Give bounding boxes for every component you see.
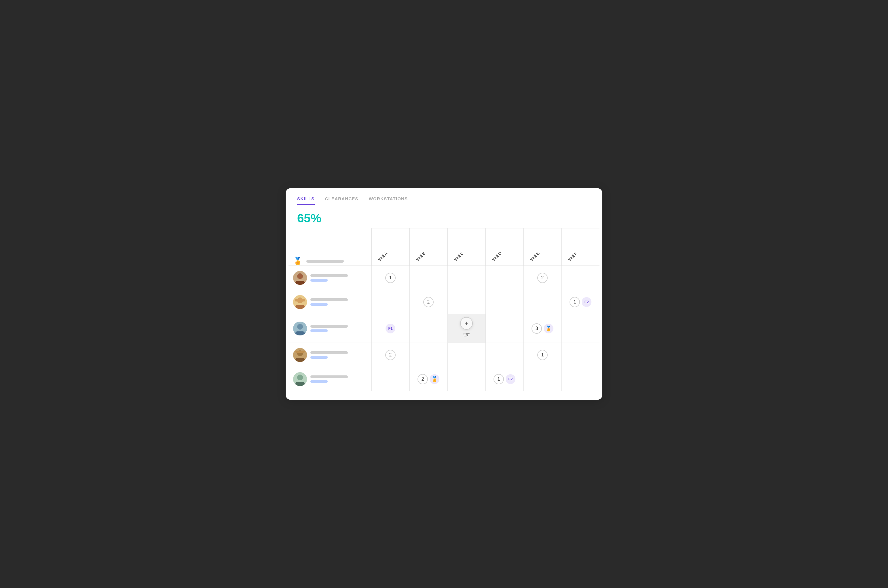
cell-3-e[interactable]: 3 🏅: [524, 314, 561, 343]
skill-label-f: Skill F: [567, 251, 578, 262]
cell-5-d[interactable]: 1 F2: [485, 367, 524, 391]
cell-3-c[interactable]: + ☞: [447, 314, 485, 343]
skill-badge: 2: [423, 297, 433, 307]
cell-2-b[interactable]: 2: [409, 290, 447, 314]
skill-label-b: Skill B: [415, 251, 426, 262]
placeholder-line-wide: [306, 260, 344, 262]
cell-2-c: [447, 290, 485, 314]
role-placeholder-4: [310, 356, 328, 359]
svg-rect-6: [295, 299, 305, 302]
tab-skills[interactable]: SKILLS: [297, 196, 315, 205]
avatar-4: [293, 348, 307, 362]
header-person-cell: 🏅: [289, 228, 372, 266]
role-placeholder-2: [310, 303, 328, 306]
skill-badge: 2: [537, 273, 548, 283]
cell-2-f[interactable]: 1 F2: [561, 290, 599, 314]
cell-4-d: [485, 343, 524, 367]
award-icon: 🏅: [293, 256, 303, 266]
cell-2-d: [485, 290, 524, 314]
avatar-3: [293, 322, 307, 335]
person-cell-2: [289, 290, 372, 314]
f-badge: F2: [582, 297, 591, 307]
skill-header-a: Skill A: [372, 228, 409, 266]
skill-badge: 2: [385, 350, 396, 360]
add-skill-button[interactable]: +: [460, 317, 473, 330]
tab-workstations[interactable]: WORKSTATIONS: [369, 196, 408, 205]
skill-header-f: Skill F: [561, 228, 599, 266]
role-placeholder-3: [310, 329, 328, 332]
svg-rect-5: [295, 305, 305, 309]
person-cell-5: [289, 367, 372, 391]
table-row: 1 2: [289, 266, 599, 290]
person-cell-3: [289, 314, 372, 343]
skill-header-d: Skill D: [485, 228, 524, 266]
table-row: 2 🏅 1 F2: [289, 367, 599, 391]
award-badge: 🏅: [430, 374, 439, 384]
cell-4-a[interactable]: 2: [372, 343, 409, 367]
svg-rect-13: [295, 351, 305, 352]
svg-point-8: [297, 324, 303, 330]
skill-header-e: Skill E: [524, 228, 561, 266]
cell-4-f: [561, 343, 599, 367]
person-info-2: [310, 298, 348, 306]
person-info-4: [310, 351, 348, 359]
avatar-2: [293, 295, 307, 309]
cell-4-b: [409, 343, 447, 367]
table-row: 2 1: [289, 343, 599, 367]
cursor-icon: ☞: [463, 330, 470, 340]
skill-badge: 1: [537, 350, 548, 360]
cell-5-a: [372, 367, 409, 391]
skills-matrix-wrapper: 🏅 Skill A Skill B: [286, 228, 602, 391]
completion-percent: 65%: [286, 205, 602, 228]
cell-4-e[interactable]: 1: [524, 343, 561, 367]
cell-1-c: [447, 266, 485, 290]
svg-point-1: [297, 273, 303, 279]
cell-items: 1 F2: [563, 297, 598, 307]
avatar-5: [293, 372, 307, 386]
name-placeholder-3: [310, 325, 348, 328]
skill-label-e: Skill E: [529, 251, 540, 262]
person-info-3: [310, 325, 348, 332]
person-cell-4: [289, 343, 372, 367]
svg-rect-16: [295, 382, 305, 386]
role-placeholder-1: [310, 279, 328, 282]
cell-5-b[interactable]: 2 🏅: [409, 367, 447, 391]
svg-rect-12: [295, 358, 305, 362]
cell-1-d: [485, 266, 524, 290]
skill-badge: 1: [569, 297, 580, 307]
cell-5-f: [561, 367, 599, 391]
cell-2-e: [524, 290, 561, 314]
skill-label-d: Skill D: [491, 251, 502, 262]
cell-2-a: [372, 290, 409, 314]
cell-4-c: [447, 343, 485, 367]
avatar-1: [293, 271, 307, 285]
skill-header-b: Skill B: [409, 228, 447, 266]
cell-1-e[interactable]: 2: [524, 266, 561, 290]
main-card: SKILLS CLEARANCES WORKSTATIONS 65% 🏅: [286, 188, 602, 400]
person-cell-1: [289, 266, 372, 290]
tab-clearances[interactable]: CLEARANCES: [325, 196, 358, 205]
svg-rect-2: [295, 281, 305, 285]
cell-3-d: [485, 314, 524, 343]
f-badge: F2: [506, 374, 515, 384]
cell-1-b: [409, 266, 447, 290]
skill-badge: 3: [531, 323, 542, 334]
cell-3-b: [409, 314, 447, 343]
f-badge: F1: [385, 324, 395, 333]
main-content: 65% 🏅: [286, 205, 602, 400]
table-row: F1 + ☞ 3 🏅: [289, 314, 599, 343]
cell-1-a[interactable]: 1: [372, 266, 409, 290]
name-placeholder-2: [310, 298, 348, 301]
name-placeholder-5: [310, 375, 348, 378]
skills-matrix-table: 🏅 Skill A Skill B: [289, 228, 599, 391]
award-badge: 🏅: [543, 324, 554, 333]
table-row: 2 1 F2: [289, 290, 599, 314]
cell-1-f: [561, 266, 599, 290]
skill-label-a: Skill A: [377, 251, 388, 262]
cell-3-a[interactable]: F1: [372, 314, 409, 343]
person-info-1: [310, 274, 348, 282]
cell-5-c: [447, 367, 485, 391]
cell-5-e: [524, 367, 561, 391]
tabs-bar: SKILLS CLEARANCES WORKSTATIONS: [286, 188, 602, 205]
cell-items: 2 🏅: [411, 374, 446, 384]
